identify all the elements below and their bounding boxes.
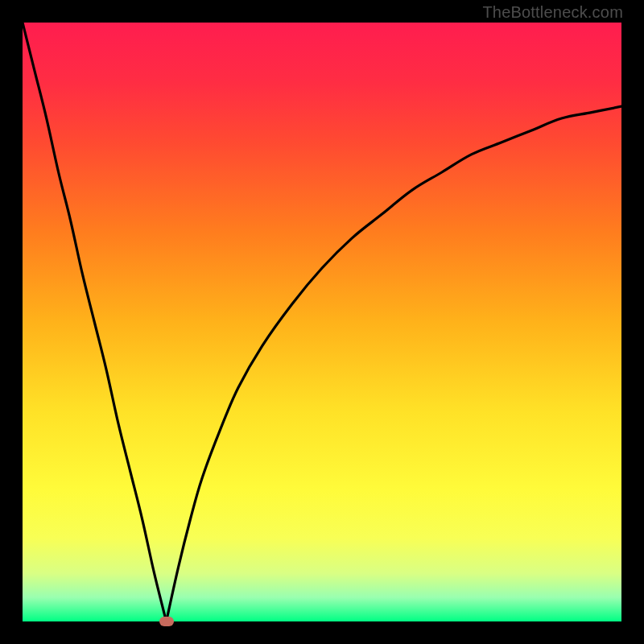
- chart-plot-area: [23, 23, 621, 621]
- minimum-marker: [159, 617, 174, 626]
- curve-right-branch: [167, 106, 621, 621]
- watermark-text: TheBottleneck.com: [482, 3, 623, 22]
- curve-left-branch: [23, 23, 167, 621]
- curve-layer: [23, 23, 621, 621]
